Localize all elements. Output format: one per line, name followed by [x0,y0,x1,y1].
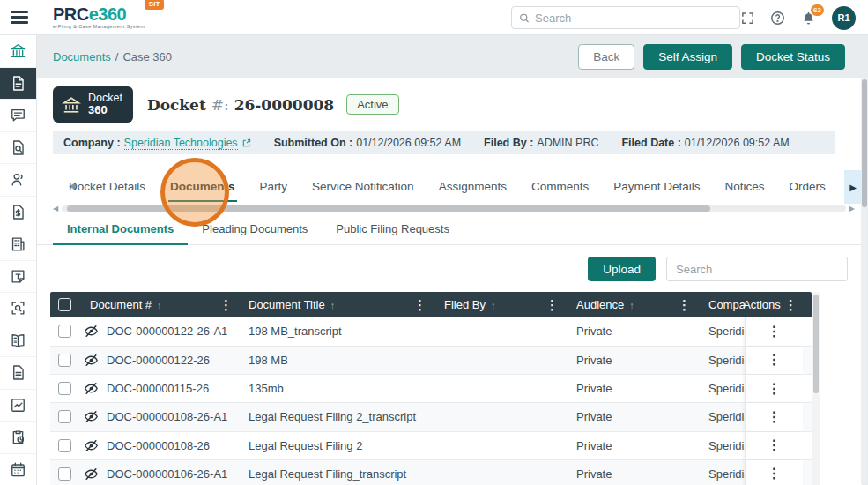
document-subtabs: Internal DocumentsPleading DocumentsPubl… [37,222,862,245]
page-vertical-scrollbar[interactable] [861,78,867,483]
sidebar-item-scan-search[interactable] [0,293,36,325]
sort-arrow-icon[interactable]: ↑ [491,300,496,310]
tabs-scroll-right-icon[interactable]: ▶ [844,170,862,204]
company-link[interactable]: Speridian Technologies [124,137,238,150]
table-scrollbar-thumb[interactable] [813,295,819,393]
sidebar-item-ledger[interactable] [0,325,36,358]
column-header-audience[interactable]: Audience↑⋮ [566,298,698,311]
subtab-pleading-documents[interactable]: Pleading Documents [188,222,322,245]
row-actions-menu-icon[interactable]: ⋮ [764,438,785,452]
subtab-public-filing-requests[interactable]: Public Filing Requests [322,222,464,245]
table-vertical-scrollbar[interactable] [812,292,820,485]
sidebar-item-tasks[interactable] [0,422,36,454]
sidebar-item-filings[interactable] [0,357,36,390]
help-icon[interactable] [770,11,785,26]
row-actions-menu-icon[interactable]: ⋮ [764,382,785,396]
hamburger-menu-icon[interactable] [11,11,28,24]
fullscreen-icon[interactable] [741,11,754,25]
sidebar-item-parties[interactable] [0,164,36,197]
document-title: 198 MB_transcript [240,325,434,338]
table-row[interactable]: DOC-000000108-26Legal Request Filing 2Pr… [50,432,812,460]
eye-slash-icon[interactable] [84,409,99,424]
hscroll-thumb[interactable] [67,205,710,212]
column-header-actions[interactable]: Actions⋮ [745,298,803,311]
row-checkbox[interactable] [58,382,71,395]
sidebar-item-billing[interactable] [0,197,36,229]
sidebar-item-calendar[interactable] [0,454,36,485]
sidebar-item-documents[interactable] [0,68,36,101]
tab-assignments[interactable]: Assignments [427,174,519,200]
eye-slash-icon[interactable] [84,353,99,368]
row-checkbox[interactable] [58,467,71,481]
row-actions-menu-icon[interactable]: ⋮ [764,466,785,481]
global-search[interactable] [511,6,740,29]
row-actions-menu-icon[interactable]: ⋮ [764,410,785,424]
tab-party[interactable]: Party [248,174,300,200]
tab-service-notification[interactable]: Service Notification [300,174,427,200]
table-row[interactable]: DOC-000000122-26198 MBPrivateSperidian T… [50,347,812,375]
document-title: Legal Request Filing_transcript [240,467,434,481]
document-number: DOC-000000106-26-A1 [107,467,227,481]
tab-documents[interactable]: Documents [158,174,248,200]
row-actions-menu-icon[interactable]: ⋮ [764,325,785,339]
subtab-internal-documents[interactable]: Internal Documents [53,222,188,245]
column-header-filed-by[interactable]: Filed By↑⋮ [434,298,566,311]
sort-arrow-icon[interactable]: ↑ [629,300,634,310]
column-header-document-title[interactable]: Document Title↑⋮ [240,298,434,311]
company-cell: Speridian Technologies [698,325,745,338]
eye-slash-icon[interactable] [84,381,99,396]
sidebar-item-document-search[interactable] [0,132,36,165]
row-checkbox[interactable] [58,439,71,452]
table-row[interactable]: DOC-000000108-26-A1Legal Request Filing … [50,403,812,431]
external-link-icon[interactable] [241,138,251,148]
tab-payment-details[interactable]: Payment Details [601,174,712,200]
sort-arrow-icon[interactable]: ↑ [330,300,336,310]
eye-slash-icon[interactable] [84,466,99,481]
column-menu-icon[interactable]: ⋮ [542,298,562,311]
tab-docket-details[interactable]: Docket Details [56,174,158,200]
sidebar-item-docket[interactable] [0,35,36,68]
docket-status-button[interactable]: Docket Status [741,44,845,70]
tab-orders[interactable]: Orders [777,174,838,200]
table-row[interactable]: DOC-000000115-26135mbPrivateSperidian Te… [50,375,812,403]
back-button[interactable]: Back [578,44,634,70]
sort-arrow-icon[interactable]: ↑ [157,300,162,310]
page-scrollbar-thumb[interactable] [862,79,867,207]
tabs-horizontal-scrollbar[interactable]: ◀ ▶ [62,205,846,212]
column-header-document-[interactable]: Document #↑⋮ [78,298,240,311]
sidebar-item-comments[interactable] [0,100,36,132]
sidebar-item-company[interactable] [0,228,36,261]
select-all-checkbox[interactable] [58,298,71,311]
hscroll-left-arrow-icon[interactable]: ◀ [53,205,58,213]
eye-slash-icon[interactable] [84,324,99,339]
column-menu-icon[interactable]: ⋮ [674,298,694,311]
global-search-input[interactable] [535,11,732,25]
upload-button[interactable]: Upload [588,257,656,281]
table-row[interactable]: DOC-000000122-26-A1198 MB_transcriptPriv… [50,317,812,346]
table-search-input[interactable] [666,257,848,281]
tab-notices[interactable]: Notices [713,174,777,200]
row-actions-menu-icon[interactable]: ⋮ [764,353,785,367]
row-checkbox[interactable] [58,354,71,367]
eye-slash-icon[interactable] [84,438,99,453]
user-avatar[interactable]: R1 [832,6,856,30]
column-menu-icon[interactable]: ⋮ [216,298,236,311]
docket-360-badge: Docket360 [53,86,133,123]
breadcrumb-documents-link[interactable]: Documents [53,50,111,63]
audience-cell: Private [566,354,698,367]
self-assign-button[interactable]: Self Assign [643,44,732,70]
column-header-company[interactable]: Company [698,298,745,311]
row-checkbox[interactable] [58,410,71,423]
users-icon [10,171,26,188]
logo-text-e360: e360 [89,4,127,24]
column-menu-icon[interactable]: ⋮ [781,298,801,311]
audience-cell: Private [566,467,698,481]
tab-comments[interactable]: Comments [519,174,601,200]
notifications-bell-icon[interactable]: 62 [801,11,816,26]
table-row[interactable]: DOC-000000106-26-A1Legal Request Filing_… [50,460,812,485]
sidebar-item-notes[interactable] [0,261,36,294]
column-menu-icon[interactable]: ⋮ [410,298,430,311]
row-checkbox[interactable] [58,325,71,338]
hscroll-right-arrow-icon[interactable]: ▶ [849,205,855,213]
sidebar-item-reports[interactable] [0,390,36,422]
